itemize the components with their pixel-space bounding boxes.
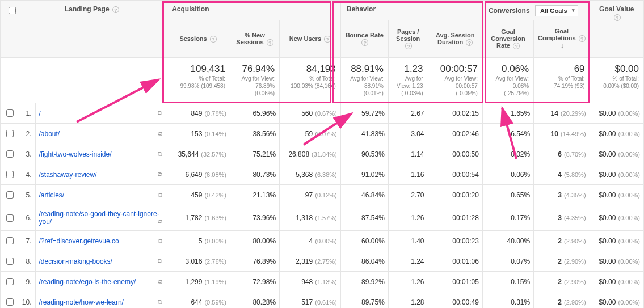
goal-selector[interactable]: All Goals	[535, 5, 578, 16]
row-checkbox[interactable]	[6, 237, 14, 244]
summary-dur: 00:00:57Avg for View:00:00:57(-0.09%)	[428, 58, 482, 103]
help-icon[interactable]: ?	[112, 6, 119, 13]
cell-gval: $0.00(0.00%)	[590, 103, 643, 124]
row-checkbox-cell[interactable]	[1, 231, 18, 251]
row-checkbox-cell[interactable]	[1, 185, 18, 205]
landing-page-cell: /fight-two-wolves-inside/⧉	[35, 144, 166, 164]
row-checkbox[interactable]	[6, 130, 14, 137]
help-icon[interactable]: ?	[579, 35, 586, 42]
cell-conv: 0.02%	[482, 144, 533, 164]
landing-page-cell: /reading-note/ego-is-the-enemy/⧉	[35, 272, 166, 292]
table-row: 5./articles/⧉459(0.42%)21.13%97(0.12%)46…	[1, 185, 644, 205]
col-avg-duration[interactable]: Avg. Session Duration ?	[428, 20, 482, 58]
summary-new-users: 84,193% of Total:100.03% (84,164)	[280, 58, 341, 103]
col-goal-conv-rate[interactable]: Goal Conversion Rate ?	[482, 20, 533, 58]
row-checkbox[interactable]	[6, 171, 14, 178]
cell-bounce: 90.53%	[340, 144, 388, 164]
col-bounce-rate[interactable]: Bounce Rate?	[340, 20, 388, 58]
help-icon[interactable]: ?	[466, 39, 473, 46]
group-behavior: Behavior	[340, 1, 482, 20]
table-row: 4./stashaway-review/⧉6,649(6.08%)80.73%5…	[1, 164, 644, 185]
col-pages-per-session[interactable]: Pages / Session?	[388, 20, 428, 58]
row-checkbox-cell[interactable]	[1, 103, 18, 124]
external-link-icon[interactable]: ⧉	[158, 171, 162, 178]
landing-page-link[interactable]: /fight-two-wolves-inside/	[39, 150, 112, 158]
landing-page-link[interactable]: /articles/	[39, 191, 65, 199]
cell-pct-new: 75.21%	[230, 144, 279, 164]
cell-pps: 3.04	[388, 124, 428, 144]
table-row: 2./about/⧉153(0.14%)38.56%59(0.07%)41.83…	[1, 124, 644, 144]
row-checkbox-cell[interactable]	[1, 272, 18, 292]
cell-dur: 00:00:23	[428, 231, 482, 251]
col-goal-value[interactable]: Goal Value?	[590, 1, 643, 58]
summary-sessions: 109,431% of Total:99.98% (109,458)	[166, 58, 230, 103]
cell-compl: 2(2.90%)	[534, 292, 590, 309]
row-checkbox-cell[interactable]	[1, 205, 18, 231]
cell-dur: 00:02:46	[428, 124, 482, 144]
col-sessions[interactable]: Sessions ?	[166, 20, 230, 58]
row-checkbox[interactable]	[6, 150, 14, 158]
select-all-checkbox[interactable]	[9, 7, 16, 14]
cell-compl: 6(8.70%)	[534, 144, 590, 164]
cell-conv: 0.06%	[482, 164, 533, 185]
row-checkbox[interactable]	[6, 298, 14, 306]
external-link-icon[interactable]: ⧉	[158, 150, 162, 158]
help-icon[interactable]: ?	[210, 36, 217, 43]
row-checkbox-cell[interactable]	[1, 251, 18, 272]
row-checkbox[interactable]	[6, 214, 14, 222]
row-checkbox[interactable]	[6, 109, 14, 117]
cell-dur: 00:03:20	[428, 185, 482, 205]
cell-pps: 1.14	[388, 144, 428, 164]
cell-pct-new: 38.56%	[230, 124, 279, 144]
row-checkbox-cell[interactable]	[1, 144, 18, 164]
help-icon[interactable]: ?	[361, 39, 368, 46]
landing-page-link[interactable]: /reading-note/how-we-learn/	[39, 298, 124, 306]
help-icon[interactable]: ?	[614, 14, 621, 21]
landing-page-link[interactable]: /about/	[39, 130, 60, 138]
row-checkbox-cell[interactable]	[1, 124, 18, 144]
landing-page-link[interactable]: /reading-note/ego-is-the-enemy/	[39, 278, 136, 286]
col-pct-new-sessions[interactable]: % New Sessions ?	[230, 20, 279, 58]
landing-page-link[interactable]: /?ref=discover.getrevue.co	[39, 237, 119, 245]
cell-compl: 2(2.90%)	[534, 251, 590, 272]
external-link-icon[interactable]: ⧉	[158, 218, 162, 225]
summary-pct-new: 76.94%Avg for View:76.89%(0.06%)	[230, 58, 279, 103]
landing-page-link[interactable]: /reading-note/so-good-they-cant-ignore-y…	[39, 210, 159, 226]
cell-sessions: 35,644(32.57%)	[166, 144, 230, 164]
row-index: 2.	[18, 124, 35, 144]
row-checkbox[interactable]	[6, 258, 14, 265]
external-link-icon[interactable]: ⧉	[158, 298, 162, 306]
help-icon[interactable]: ?	[405, 43, 412, 49]
cell-pct-new: 21.13%	[230, 185, 279, 205]
external-link-icon[interactable]: ⧉	[158, 109, 162, 117]
col-goal-completions[interactable]: Goal Completions ?↓	[534, 20, 590, 58]
cell-sessions: 644(0.59%)	[166, 292, 230, 309]
external-link-icon[interactable]: ⧉	[158, 258, 162, 265]
landing-page-link[interactable]: /stashaway-review/	[39, 171, 97, 179]
row-checkbox-cell[interactable]	[1, 292, 18, 309]
row-checkbox[interactable]	[6, 278, 14, 285]
dimension-header[interactable]: Landing Page ?	[18, 1, 166, 58]
cell-sessions: 1,782(1.63%)	[166, 205, 230, 231]
help-icon[interactable]: ?	[324, 36, 331, 43]
cell-gval: $0.00(0.00%)	[590, 205, 643, 231]
summary-conv: 0.06%Avg for View:0.08%(-25.79%)	[482, 58, 533, 103]
select-all-header[interactable]	[1, 1, 18, 58]
cell-pps: 1.40	[388, 231, 428, 251]
external-link-icon[interactable]: ⧉	[158, 237, 162, 244]
col-new-users[interactable]: New Users ?	[280, 20, 341, 58]
external-link-icon[interactable]: ⧉	[158, 130, 162, 137]
row-checkbox-cell[interactable]	[1, 164, 18, 185]
cell-dur: 00:00:49	[428, 292, 482, 309]
cell-gval: $0.00(0.00%)	[590, 164, 643, 185]
row-checkbox[interactable]	[6, 191, 14, 199]
help-icon[interactable]: ?	[267, 39, 273, 46]
cell-compl: 2(2.90%)	[534, 231, 590, 251]
external-link-icon[interactable]: ⧉	[158, 191, 162, 199]
help-icon[interactable]: ?	[513, 43, 520, 49]
external-link-icon[interactable]: ⧉	[158, 278, 162, 285]
summary-pps: 1.23Avg forView: 1.23(-0.03%)	[388, 58, 428, 103]
landing-page-link[interactable]: /decision-making-books/	[39, 258, 112, 265]
cell-new-users: 517(0.61%)	[280, 292, 341, 309]
landing-page-link[interactable]: /	[39, 109, 41, 117]
